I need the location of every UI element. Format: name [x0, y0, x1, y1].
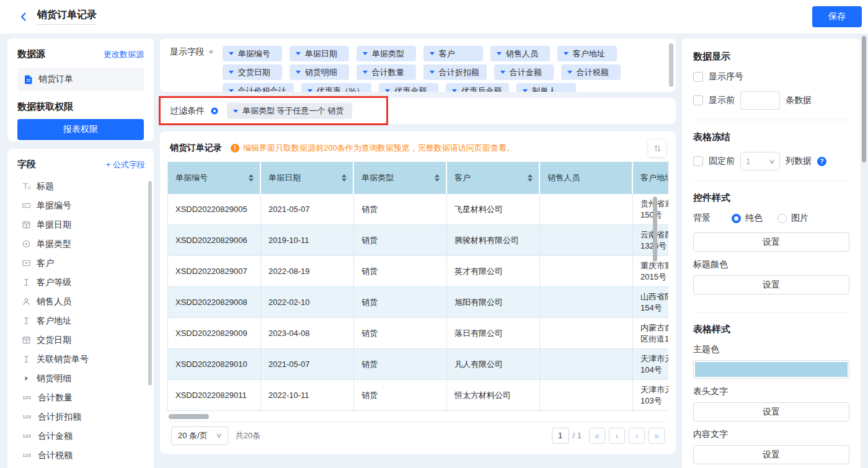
field-item[interactable]: 客户 [17, 254, 145, 273]
field-item[interactable]: 交货日期 [17, 330, 145, 350]
solid-color-radio[interactable] [732, 214, 741, 223]
add-formula-field-link[interactable]: + 公式字段 [106, 159, 145, 170]
back-button[interactable] [15, 8, 32, 25]
table-vertical-scrollbar[interactable] [653, 196, 657, 262]
display-field-tag[interactable]: 交货日期 [223, 64, 282, 80]
show-index-checkbox[interactable] [693, 72, 703, 82]
table-row[interactable]: XSDD202208290112022-10-11销货恒太方材料公司天津市天10… [168, 380, 668, 411]
display-field-tag[interactable]: 合计折扣额 [423, 64, 487, 80]
field-item[interactable]: 客户地址 [17, 311, 145, 330]
column-header[interactable]: 客户 [447, 162, 540, 194]
sort-caret-icon[interactable] [528, 174, 533, 182]
gear-icon[interactable] [210, 106, 219, 116]
table-row[interactable]: XSDD202208290052021-05-07销货飞星材料公司贵州省遵150… [168, 194, 668, 225]
field-label: 销售人员 [37, 296, 71, 307]
table-cell: XSDD20220829009 [168, 318, 261, 349]
display-field-tag[interactable]: 单据类型 [356, 46, 416, 61]
content-text-set-button[interactable]: 设置 [693, 445, 849, 464]
table-row[interactable]: XSDD202208290092023-04-08销货落日有限公司内蒙古自区街道… [168, 318, 668, 349]
table-row[interactable]: XSDD202208290102021-05-07销货凡人有限公司天津市天104… [168, 349, 668, 380]
column-header[interactable]: 单据编号 [168, 162, 261, 194]
preview-panel: 销货订单记录 ! 编辑界面只取数据源前200条作为查询数据预览，完整数据请访问页… [160, 131, 676, 454]
page-number-input[interactable] [552, 428, 569, 444]
title-color-set-button[interactable]: 设置 [693, 275, 849, 294]
display-field-tag[interactable]: 合计金额 [494, 64, 554, 80]
image-radio[interactable] [777, 214, 787, 223]
previous-page-button[interactable] [609, 428, 625, 444]
display-field-tag[interactable]: 合计价税合计 [223, 83, 294, 92]
table-cell-address: 重庆市重2015号 [633, 256, 668, 287]
freeze-count-select[interactable]: 1 ∨ [740, 152, 780, 170]
first-page-button[interactable] [589, 428, 605, 444]
display-field-tag[interactable]: 优惠后金额 [446, 83, 509, 92]
topbar: 销货订单记录 保存 [0, 0, 868, 34]
display-field-tag[interactable]: 合计数量 [356, 64, 416, 80]
table-row[interactable]: XSDD202208290062019-10-11销货腾骏材料有限公司云南省昆1… [168, 225, 668, 256]
display-field-tag[interactable]: 单据日期 [290, 46, 349, 61]
display-field-tag[interactable]: 销售人员 [490, 46, 550, 61]
column-header: 客户地址 [633, 162, 668, 194]
display-fields-scrollbar[interactable] [669, 43, 673, 87]
report-permission-button[interactable]: 报表权限 [17, 119, 144, 140]
datasource-item[interactable]: 销货订单 [17, 68, 144, 91]
display-field-tag[interactable]: 客户地址 [557, 46, 617, 61]
field-item[interactable]: 123合计数量 [17, 388, 145, 407]
next-page-button[interactable] [629, 428, 645, 444]
table-cell: XSDD20220829011 [168, 380, 261, 411]
table-cell: XSDD20220829008 [168, 287, 261, 318]
field-item[interactable]: 单据类型 [17, 234, 145, 254]
field-item[interactable]: 销售人员 [17, 292, 145, 311]
display-fields-label: 显示字段 [170, 46, 205, 56]
fields-scrollbar[interactable] [148, 181, 152, 386]
table-row[interactable]: XSDD202208290072022-08-19销货英才有限公司重庆市重201… [168, 256, 668, 287]
show-first-checkbox[interactable] [693, 95, 703, 105]
background-set-button[interactable]: 设置 [693, 232, 849, 252]
field-item[interactable]: 单据编号 [17, 196, 145, 215]
field-item[interactable]: 标题 [17, 177, 145, 196]
page-size-select[interactable]: 20 条/页 ∨ [171, 426, 228, 445]
table-cell: XSDD20220829006 [168, 225, 261, 256]
field-item[interactable]: 单据日期 [17, 215, 145, 234]
field-item[interactable]: 123合计税额 [17, 446, 145, 465]
field-item[interactable]: 关联销货单号 [17, 350, 145, 369]
show-first-count-input[interactable] [740, 91, 780, 110]
last-page-button[interactable] [649, 428, 665, 444]
sort-order-button[interactable] [649, 139, 666, 157]
header-text-set-button[interactable]: 设置 [693, 402, 849, 422]
table-row[interactable]: XSDD202208290082022-02-10销货旭阳有限公司山西省阳154… [168, 287, 668, 318]
display-field-tag[interactable]: 客户 [423, 46, 483, 61]
change-datasource-link[interactable]: 更改数据源 [104, 49, 144, 60]
display-field-tag[interactable]: 优惠率（%） [301, 83, 372, 92]
help-icon[interactable]: ? [817, 157, 826, 166]
save-button[interactable]: 保存 [812, 6, 862, 27]
display-field-tag[interactable]: 制单人 [516, 83, 576, 92]
settings-panel: 数据显示 显示序号 显示前 条数据 表格冻结 固定前 1 ∨ 列数据 ? 控件样… [682, 38, 861, 468]
filter-condition-tag[interactable]: 单据类型 等于任意一个 销货 [227, 103, 352, 119]
sort-caret-icon[interactable] [435, 174, 440, 182]
number-icon: 123 [21, 431, 32, 441]
sort-caret-icon[interactable] [249, 174, 254, 182]
freeze-checkbox[interactable] [693, 156, 703, 166]
table-cell [540, 287, 633, 318]
display-field-tag[interactable]: 优惠金额 [379, 83, 438, 92]
field-item[interactable]: 123合计折扣额 [17, 407, 145, 426]
add-display-field-button[interactable]: + [208, 46, 214, 56]
table-horizontal-scrollbar[interactable] [169, 414, 209, 419]
table-cell: 腾骏材料有限公司 [447, 225, 540, 256]
page-scrollbar[interactable] [862, 36, 866, 162]
datasource-panel: 数据源 更改数据源 销货订单 数据获取权限 报表权限 [7, 38, 154, 141]
table-cell: XSDD20220829005 [168, 194, 261, 225]
field-item[interactable]: 销货明细 [17, 369, 145, 388]
display-field-tag[interactable]: 销货明细 [290, 64, 349, 80]
field-item[interactable]: 客户等级 [17, 273, 145, 292]
preview-title: 销货订单记录 [170, 143, 222, 154]
display-field-tag[interactable]: 合计税额 [561, 64, 621, 80]
sort-caret-icon[interactable] [342, 174, 347, 182]
column-header[interactable]: 单据类型 [354, 162, 447, 194]
field-item[interactable]: 123合计金额 [17, 426, 145, 446]
preview-warning: ! 编辑界面只取数据源前200条作为查询数据预览，完整数据请访问页面查看。 [231, 143, 515, 154]
theme-color-picker[interactable] [693, 360, 849, 379]
content-text-label: 内容文字 [693, 429, 849, 440]
column-header[interactable]: 单据日期 [261, 162, 354, 194]
display-field-tag[interactable]: 单据编号 [223, 46, 282, 61]
